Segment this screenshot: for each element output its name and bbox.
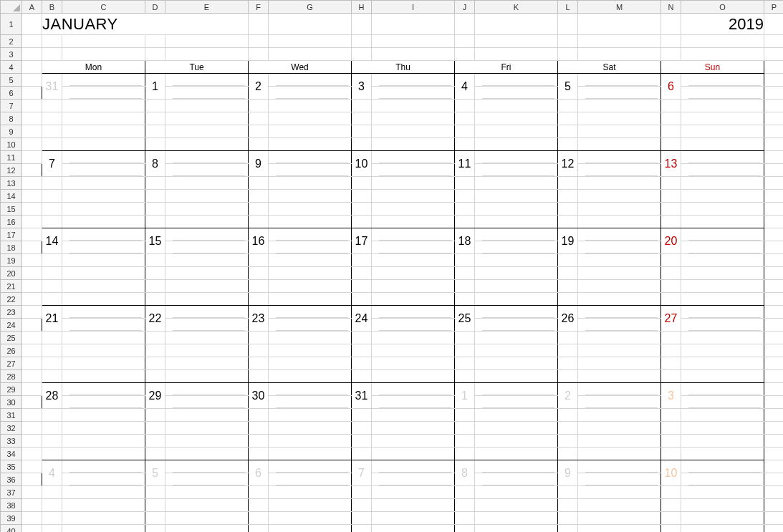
calendar-cell[interactable] — [165, 177, 249, 190]
calendar-cell[interactable] — [62, 525, 145, 533]
row-header-5[interactable]: 5 — [1, 74, 22, 87]
cell[interactable] — [22, 241, 42, 254]
cell[interactable] — [42, 35, 62, 48]
calendar-cell[interactable]: 15 — [145, 228, 165, 254]
calendar-cell[interactable] — [352, 512, 372, 525]
calendar-cell[interactable] — [165, 203, 249, 216]
cell[interactable] — [22, 525, 42, 533]
calendar-cell[interactable] — [661, 293, 681, 306]
calendar-cell[interactable] — [455, 100, 475, 112]
calendar-cell[interactable] — [475, 525, 558, 533]
calendar-cell[interactable] — [42, 125, 62, 138]
calendar-cell[interactable] — [42, 203, 62, 216]
row-11[interactable]: 1178910111213 — [1, 151, 784, 164]
calendar-cell[interactable] — [62, 203, 145, 216]
spreadsheet-body[interactable]: 1JANUARY2019234MonTueWedThuFriSatSun5311… — [1, 14, 784, 533]
calendar-cell[interactable] — [269, 422, 352, 435]
calendar-cell[interactable] — [269, 267, 352, 280]
calendar-cell[interactable] — [578, 319, 661, 332]
calendar-cell[interactable] — [578, 190, 661, 203]
cell[interactable] — [764, 383, 784, 396]
calendar-cell[interactable]: 28 — [42, 383, 62, 409]
calendar-cell[interactable] — [269, 409, 352, 422]
calendar-cell[interactable] — [42, 370, 62, 383]
row-header-38[interactable]: 38 — [1, 499, 22, 512]
calendar-cell[interactable] — [455, 332, 475, 344]
calendar-cell[interactable] — [578, 396, 661, 409]
calendar-cell[interactable] — [455, 177, 475, 190]
calendar-cell[interactable]: 11 — [455, 151, 475, 177]
calendar-cell[interactable] — [372, 435, 455, 448]
cell[interactable] — [22, 293, 42, 306]
calendar-cell[interactable]: 23 — [249, 306, 269, 332]
calendar-cell[interactable] — [558, 512, 578, 525]
calendar-cell[interactable] — [352, 332, 372, 344]
calendar-cell[interactable] — [62, 280, 145, 293]
calendar-cell[interactable] — [681, 357, 764, 370]
col-A[interactable]: A — [22, 1, 42, 14]
calendar-cell[interactable] — [661, 344, 681, 357]
calendar-cell[interactable] — [578, 357, 661, 370]
calendar-cell[interactable] — [145, 138, 165, 151]
calendar-cell[interactable] — [42, 332, 62, 344]
calendar-cell[interactable] — [249, 203, 269, 216]
calendar-cell[interactable] — [42, 512, 62, 525]
col-G[interactable]: G — [269, 1, 352, 14]
calendar-cell[interactable] — [62, 512, 145, 525]
cell[interactable] — [764, 125, 784, 138]
calendar-cell[interactable] — [558, 332, 578, 344]
calendar-cell[interactable]: 22 — [145, 306, 165, 332]
cell[interactable] — [764, 460, 784, 473]
cell[interactable] — [764, 14, 784, 35]
calendar-cell[interactable] — [165, 499, 249, 512]
calendar-cell[interactable] — [372, 267, 455, 280]
calendar-cell[interactable] — [558, 344, 578, 357]
calendar-cell[interactable] — [62, 306, 145, 319]
col-D[interactable]: D — [145, 1, 165, 14]
calendar-cell[interactable] — [42, 435, 62, 448]
calendar-cell[interactable] — [165, 525, 249, 533]
row-header-21[interactable]: 21 — [1, 280, 22, 293]
calendar-cell[interactable] — [372, 190, 455, 203]
calendar-cell[interactable] — [372, 138, 455, 151]
calendar-cell[interactable] — [578, 203, 661, 216]
calendar-cell[interactable] — [269, 241, 352, 254]
calendar-cell[interactable] — [681, 138, 764, 151]
calendar-cell[interactable] — [352, 525, 372, 533]
calendar-cell[interactable] — [475, 486, 558, 499]
calendar-cell[interactable] — [681, 280, 764, 293]
calendar-cell[interactable]: 19 — [558, 228, 578, 254]
row-header-26[interactable]: 26 — [1, 344, 22, 357]
calendar-cell[interactable] — [62, 241, 145, 254]
calendar-cell[interactable]: 6 — [661, 74, 681, 100]
calendar-cell[interactable] — [62, 448, 145, 460]
cell[interactable] — [352, 48, 372, 61]
row-header-22[interactable]: 22 — [1, 293, 22, 306]
calendar-cell[interactable] — [165, 383, 249, 396]
calendar-cell[interactable] — [578, 138, 661, 151]
cell[interactable] — [352, 35, 372, 48]
calendar-cell[interactable]: 4 — [455, 74, 475, 100]
calendar-cell[interactable] — [475, 499, 558, 512]
calendar-cell[interactable] — [372, 151, 455, 164]
calendar-cell[interactable] — [352, 409, 372, 422]
calendar-cell[interactable]: 24 — [352, 306, 372, 332]
row-header-3[interactable]: 3 — [1, 48, 22, 61]
calendar-cell[interactable] — [681, 125, 764, 138]
cell[interactable] — [22, 87, 42, 100]
calendar-cell[interactable] — [455, 344, 475, 357]
calendar-cell[interactable] — [578, 473, 661, 486]
calendar-cell[interactable] — [42, 112, 62, 125]
calendar-cell[interactable] — [661, 422, 681, 435]
calendar-cell[interactable] — [62, 473, 145, 486]
row-header-12[interactable]: 12 — [1, 164, 22, 177]
calendar-cell[interactable] — [249, 100, 269, 112]
cell[interactable] — [22, 216, 42, 228]
cell[interactable] — [578, 14, 661, 35]
calendar-cell[interactable]: 31 — [352, 383, 372, 409]
calendar-cell[interactable] — [372, 332, 455, 344]
calendar-cell[interactable] — [62, 100, 145, 112]
calendar-cell[interactable] — [145, 190, 165, 203]
calendar-cell[interactable]: 17 — [352, 228, 372, 254]
calendar-cell[interactable] — [578, 177, 661, 190]
